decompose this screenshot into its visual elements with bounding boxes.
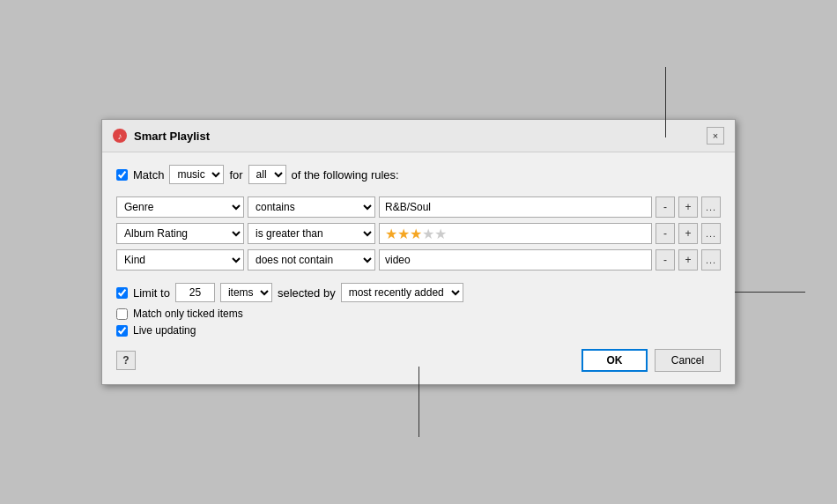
smart-playlist-dialog: ♪ Smart Playlist × Match music for all o… [101,119,736,385]
selected-by-label: selected by [278,286,336,300]
items-select[interactable]: items [220,283,272,302]
limit-checkbox[interactable] [116,287,128,299]
rule3-value-input[interactable] [379,249,652,271]
live-row: Live updating [116,324,721,337]
match-label: Match [133,168,164,182]
dialog-buttons: OK Cancel [581,349,721,372]
rule3-dots-btn[interactable]: ... [701,249,721,271]
rule1-field-select[interactable]: Genre [116,196,244,218]
close-button[interactable]: × [707,127,724,145]
star4: ★ [422,226,434,242]
annotation-line-right [735,292,805,293]
rule1-value-input[interactable] [379,196,652,218]
title-bar: ♪ Smart Playlist × [102,120,735,152]
all-select[interactable]: all [248,165,286,184]
rule2-dots-btn[interactable]: ... [701,223,721,244]
ticked-checkbox[interactable] [116,308,128,320]
rule1-condition-select[interactable]: contains [248,196,375,218]
limit-row: Limit to items selected by most recently… [116,283,721,302]
live-label: Live updating [133,324,196,337]
limit-value-input[interactable] [175,283,215,302]
live-checkbox[interactable] [116,325,128,337]
star1: ★ [385,226,397,242]
star2: ★ [397,226,410,242]
title-bar-left: ♪ Smart Playlist [113,129,210,143]
help-button[interactable]: ? [116,351,136,370]
rule3-field-select[interactable]: Kind [116,249,244,271]
ticked-row: Match only ticked items [116,308,721,320]
rule3-minus-btn[interactable]: - [656,249,675,271]
rule-row-kind: Kind does not contain - + ... [116,249,721,271]
rule2-stars-display[interactable]: ★ ★ ★ ★ ★ [379,223,652,244]
dialog-body: Match music for all of the following rul… [102,152,735,384]
rule2-plus-btn[interactable]: + [678,223,698,244]
star3: ★ [410,226,422,242]
rule1-dots-btn[interactable]: ... [701,196,721,218]
star5: ★ [434,226,447,242]
rule2-minus-btn[interactable]: - [656,223,675,244]
following-label: of the following rules: [292,168,399,182]
ticked-label: Match only ticked items [133,308,243,320]
rule-row-album-rating: Album Rating is greater than ★ ★ ★ ★ ★ -… [116,223,721,244]
bottom-row: ? OK Cancel [116,349,721,372]
rule1-minus-btn[interactable]: - [656,196,675,218]
app-icon: ♪ [113,129,127,143]
dialog-title: Smart Playlist [134,130,210,143]
limit-label: Limit to [133,286,170,300]
rule1-plus-btn[interactable]: + [678,196,698,218]
rule3-condition-select[interactable]: does not contain [248,249,375,271]
match-checkbox[interactable] [116,169,128,181]
match-row: Match music for all of the following rul… [116,165,721,184]
rule2-condition-select[interactable]: is greater than [248,223,375,244]
for-label: for [229,168,242,182]
cancel-button[interactable]: Cancel [655,349,721,372]
options-section: Match only ticked items Live updating [116,308,721,337]
ok-button[interactable]: OK [581,349,648,372]
rule3-plus-btn[interactable]: + [678,249,698,271]
rule-row-genre: Genre contains - + ... [116,196,721,218]
music-select[interactable]: music [169,165,224,184]
rule2-field-select[interactable]: Album Rating [116,223,244,244]
selected-by-select[interactable]: most recently added [341,283,463,302]
rules-section: Genre contains - + ... Album Rating is g… [116,196,721,271]
